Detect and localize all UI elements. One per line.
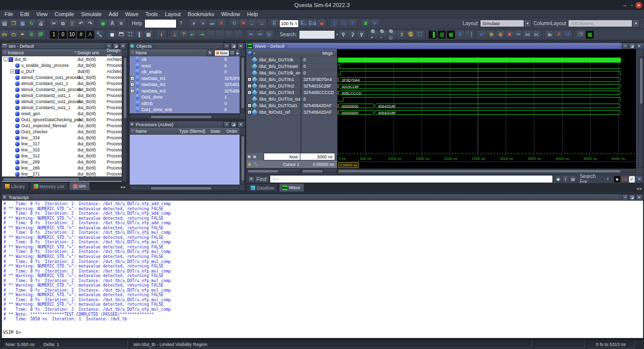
search-exact-icon[interactable]: ⚲ <box>339 31 347 39</box>
wave-signal-name-row[interactable]: +/dut_tb/u_DUT/In2 <box>247 83 300 90</box>
help-icon[interactable]: ? <box>177 20 185 28</box>
paste-wave-icon[interactable]: ⎘ <box>265 31 273 39</box>
close-panel-button[interactable]: ✕ <box>237 121 244 128</box>
wave-signal-value-row[interactable]: 0 <box>301 70 337 76</box>
next-edge-icon[interactable]: ⇢ <box>216 31 224 39</box>
restart-icon[interactable]: ↻ <box>230 20 238 28</box>
find-next-icon[interactable]: ◉ <box>555 176 561 183</box>
processes-horizontal-scrollbar[interactable] <box>130 186 239 190</box>
undo-sim-icon[interactable]: ← <box>249 20 257 28</box>
menu-file[interactable]: File <box>1 10 17 18</box>
run-all-icon[interactable]: E⇉ <box>308 20 316 28</box>
tree-row[interactable]: stimuli_Constant2_out1_processdut_tb(rtl… <box>2 86 122 93</box>
wave-expander-icon[interactable]: + <box>248 110 252 114</box>
object-expander-icon[interactable]: + <box>130 76 134 80</box>
wave-values-hscrollbar[interactable] <box>301 168 337 173</box>
cursor-mode-icon[interactable]: ◼ <box>108 31 116 39</box>
tree-row[interactable]: line__312dut_tb(rtl)Process <box>2 153 122 159</box>
menu-edit[interactable]: Edit <box>17 10 33 18</box>
col-order[interactable]: Order <box>226 129 237 134</box>
add-to-wave-icon[interactable]: 🗀 <box>10 31 18 39</box>
sim-step-icon[interactable]: ⏭ <box>208 20 216 28</box>
sort-icon[interactable]: ⇅ <box>207 50 213 56</box>
objects-panel-header[interactable]: Objects + ◪ ✕ <box>129 43 245 49</box>
select-mode-icon[interactable]: 🗖 <box>117 31 125 39</box>
wave-expander-icon[interactable]: + <box>248 84 252 88</box>
search-input[interactable] <box>299 30 335 39</box>
save-icon[interactable]: ▦ <box>19 20 27 28</box>
processes-vertical-scrollbar[interactable] <box>240 135 245 185</box>
tree-row[interactable]: u_enable_delay_processdut_tb(rtl)Process <box>2 62 122 68</box>
wave-signal-value-row[interactable]: 32'h40642DAF <box>301 109 337 116</box>
wave-grid-icon[interactable]: ▦ <box>447 31 455 39</box>
waveform-area[interactable]: 3F9D70A44015C28F405CCCCD0000000040642DAF… <box>337 57 636 153</box>
transcript-panel-header[interactable]: 🖹 Transcript + ◪ ✕ <box>2 194 643 201</box>
columns-icon[interactable]: ◫ <box>229 50 235 56</box>
col-instance[interactable]: Instance <box>8 50 24 55</box>
filter-icon[interactable]: ▽ <box>4 51 6 55</box>
dock-button[interactable]: + <box>622 194 628 201</box>
radix-bin-icon[interactable]: 1 <box>50 31 58 39</box>
undock-button[interactable]: ◪ <box>629 194 635 201</box>
tree-row[interactable]: stimuli_Constant_out1_1dut_tb(rtl)Proces… <box>2 80 122 86</box>
wave-panel-header[interactable]: Wave - Default + ◪ ✕ <box>246 43 643 49</box>
tree-row[interactable]: +u_DUTdut(rtl)Architectu <box>2 68 122 74</box>
vsim-prompt[interactable]: VSIM 6> <box>2 330 643 335</box>
step-into-icon[interactable]: ⤓ <box>331 20 339 28</box>
columnlayout-select[interactable]: AllColumns <box>568 20 632 27</box>
filter-icon[interactable]: ▽ <box>131 51 134 55</box>
undo-icon[interactable]: ↶ <box>77 20 85 28</box>
menu-view[interactable]: View <box>33 10 51 18</box>
close-button[interactable]: ✕ <box>635 2 642 9</box>
sim-tab-library[interactable]: Library <box>1 182 29 190</box>
wave-signal-value-row[interactable]: 0 <box>301 57 337 63</box>
wave-pane-icon[interactable]: ▥ <box>438 31 446 39</box>
search-regexp-icon[interactable]: ⚳ <box>348 31 356 39</box>
menu-add[interactable]: Add <box>105 10 122 18</box>
find-input[interactable]: ⚆⚆ <box>270 175 553 183</box>
tree-expander-icon[interactable]: + <box>10 69 14 73</box>
layout-select[interactable]: Simulate <box>480 20 524 27</box>
menu-bookmarks[interactable]: Bookmarks <box>184 10 218 18</box>
reload-icon[interactable]: ↻ <box>28 20 36 28</box>
object-row[interactable]: rdEnb0 <box>130 101 239 107</box>
objects-column-header[interactable]: ▽ Name ⇅ Now ◫ ▶ <box>130 49 239 56</box>
sim-tab-memory-list[interactable]: Memory List <box>30 182 68 190</box>
dock-button[interactable]: + <box>223 121 230 128</box>
trace-x-icon[interactable]: ✘ <box>362 20 370 28</box>
layout-dropdown-icon[interactable]: ▼ <box>524 19 532 28</box>
regexp-icon[interactable]: ⌘ <box>636 176 642 183</box>
signal-light-icon[interactable]: 🚦 <box>157 31 166 39</box>
col-state[interactable]: State <box>210 129 220 134</box>
minimize-button[interactable]: – <box>621 2 628 9</box>
goto-first-icon[interactable]: ⇤ <box>478 31 486 39</box>
wrench-icon[interactable]: 🔧 <box>95 31 103 39</box>
tree-row[interactable]: stimuli_Constant2_out1_1dut_tb(rtl)Proce… <box>2 93 122 99</box>
zoom-mode-icon[interactable]: ⛶ <box>126 31 134 39</box>
print-icon[interactable]: 🖨 <box>37 20 45 28</box>
wave-footer-icons[interactable]: ▦▣➕ <box>247 155 264 159</box>
wave-expander-icon[interactable]: + <box>248 77 252 81</box>
maximize-button[interactable]: ▫ <box>628 2 635 9</box>
wave-signal-name-row[interactable]: /dut_tb/u_DUT/reset <box>247 63 300 70</box>
wave-signal-value-row[interactable]: 32'h40642DAF <box>301 103 337 109</box>
wave-signal-value-row[interactable]: 0 <box>301 96 337 103</box>
object-row[interactable]: clk_enable0 <box>130 69 239 75</box>
menu-wave[interactable]: Wave <box>122 10 142 18</box>
add-marker-icon[interactable]: ⊕ <box>487 31 495 39</box>
tree-row[interactable]: line__334dut_tb(rtl)Process <box>2 135 122 141</box>
wave-signal-name-row[interactable]: /dut_tb/u_DUT/ce_out <box>247 96 300 103</box>
zoom-range-icon[interactable]: 🕲 <box>407 31 415 39</box>
now-button[interactable]: Now <box>214 50 229 56</box>
tree-row[interactable]: line__317dut_tb(rtl)Process <box>2 141 122 147</box>
redo-sim-icon[interactable]: → <box>258 20 266 28</box>
menu-window[interactable]: Window <box>218 10 244 18</box>
cursor-time-marker[interactable]: 0.00000 ns <box>338 162 359 168</box>
wave-window-icon[interactable]: ▐ <box>429 31 437 39</box>
processes-panel-header[interactable]: ✻ Processes (Active) + ◪ ✕ <box>129 121 245 128</box>
compile-icon[interactable]: ◉ <box>99 20 107 28</box>
wave-timeline[interactable]: 0 ns500 ns1000 ns1500 ns2000 ns2500 ns30… <box>337 153 636 161</box>
radix-ascii-icon[interactable]: A <box>86 31 94 39</box>
menu-tools[interactable]: Tools <box>142 10 162 18</box>
close-panel-button[interactable]: ✕ <box>237 43 244 49</box>
